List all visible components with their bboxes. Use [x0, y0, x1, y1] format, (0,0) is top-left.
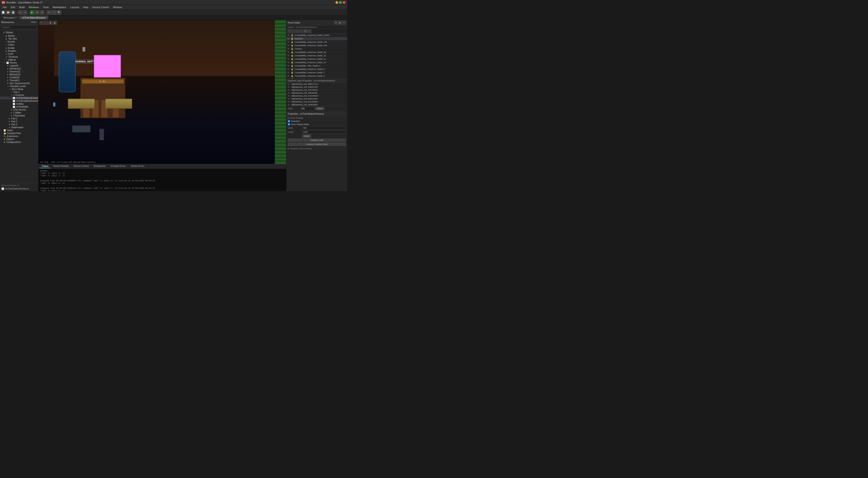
- open-button[interactable]: 📂: [6, 10, 10, 15]
- room-editor-tab[interactable]: rmTrainStationEntrance: [20, 16, 48, 20]
- canvas-toolbar[interactable]: + - ⊞ ▶: [39, 21, 57, 25]
- notes-item[interactable]: 📝 Notes: [0, 129, 38, 132]
- lock-icon-3[interactable]: 🔓: [291, 41, 293, 43]
- inst-eye-5[interactable]: 👁: [288, 95, 290, 97]
- train-entrance-item[interactable]: ⬜ rmTrainStationEntrance: [0, 96, 38, 99]
- lock-icon-1[interactable]: 🔓: [291, 34, 293, 36]
- room-close-btn[interactable]: ✕: [342, 21, 346, 24]
- run-button[interactable]: ▶: [30, 10, 34, 15]
- lock-icon-4[interactable]: 🔓: [291, 44, 293, 47]
- canvas-tool3[interactable]: ⊞: [49, 21, 53, 25]
- lock-icon-11[interactable]: 🔓: [291, 68, 293, 70]
- part3-item[interactable]: ▶ Part 3: [0, 120, 38, 123]
- tilesets-item[interactable]: ⊞ Tile Sets: [0, 37, 38, 40]
- extensions-item[interactable]: 🔌 Extensions: [0, 135, 38, 138]
- layer-up-btn[interactable]: ↑: [296, 29, 299, 33]
- interface-item[interactable]: ▶ Interface(1): [0, 67, 38, 70]
- eye-icon-13[interactable]: 👁: [287, 75, 290, 77]
- stop-button[interactable]: ■: [40, 10, 44, 15]
- eye-icon-2[interactable]: 👁: [287, 37, 290, 40]
- eye-icon-1[interactable]: 👁: [287, 34, 290, 36]
- lock-icon-5[interactable]: 🔓: [291, 48, 293, 50]
- darkness-inst-7[interactable]: 👁 objDarkness_inst_E3C84863: [286, 100, 347, 103]
- deathmatch-item[interactable]: ▶ Deathmatch: [0, 126, 38, 129]
- darkness-inst-6[interactable]: 👁 objDarkness_inst_88E2A450: [286, 97, 347, 100]
- sounds-item[interactable]: ♪ Sounds: [0, 40, 38, 43]
- room-tb-btn1[interactable]: ⚙: [334, 21, 338, 24]
- darkness-inst-1[interactable]: 👁 objDarkness_inst_9BE1C7C1: [286, 83, 347, 86]
- menu-edit[interactable]: Edit: [9, 5, 17, 9]
- lock-icon-2[interactable]: 🔓: [291, 37, 293, 40]
- layer-item-7[interactable]: 👁 🔓 Compatibility_Instances_Depth_12: [286, 54, 347, 57]
- layer-duplicate-btn[interactable]: ⿻: [304, 29, 307, 33]
- lock-icon-12[interactable]: 🔓: [291, 71, 293, 74]
- menu-tools[interactable]: Tools: [41, 5, 51, 9]
- darkness-inst-8[interactable]: 👁 objDarkness_inst_4E9E3858: [286, 103, 347, 106]
- new-button[interactable]: 📄: [1, 10, 5, 15]
- menu-marketplace[interactable]: Marketplace: [51, 5, 68, 9]
- select-tool[interactable]: ⬚: [52, 10, 56, 15]
- persistent-checkbox[interactable]: [288, 120, 290, 122]
- viewports-header[interactable]: ▶ Viewports and Cameras: [286, 147, 347, 150]
- no-service-item[interactable]: ▶ 2 No Service: [0, 108, 38, 111]
- credits-item[interactable]: ▶ Credits(4): [0, 76, 38, 79]
- objects-item[interactable]: ⬡ Objects: [0, 58, 38, 61]
- part1-item[interactable]: ▼ Part 1: [0, 91, 38, 94]
- eye-icon-10[interactable]: 👁: [287, 65, 290, 67]
- recorded-item[interactable]: ▶ 4 Recorded: [0, 114, 38, 117]
- layer-inherit-btn[interactable]: I: [308, 29, 311, 33]
- canvas-area[interactable]: NORMAL DEPTH F... IH...: [38, 20, 286, 164]
- layer-item-6[interactable]: 👁 🔓 Compatibility_Instances_Depth_99: [286, 51, 347, 54]
- layer-down-btn[interactable]: ↓: [300, 29, 303, 33]
- sprites-item[interactable]: ◈ Sprites: [0, 34, 38, 37]
- lock-icon-8[interactable]: 🔓: [291, 58, 293, 60]
- save-button[interactable]: 💾: [11, 10, 16, 15]
- fonts-item[interactable]: A Fonts: [0, 53, 38, 55]
- menu-windows[interactable]: Windows: [27, 5, 41, 9]
- playable-item[interactable]: ▼ Playable Levels: [0, 85, 38, 88]
- room-tb-btn2[interactable]: ▶: [338, 21, 342, 24]
- dreams-item[interactable]: ▶ Dreams(3): [0, 70, 38, 73]
- depth-input[interactable]: [301, 107, 314, 110]
- recent-room-item[interactable]: ⬜ rmTrainStationEntrance: [1, 187, 37, 190]
- canvas-play-btn[interactable]: ▶: [53, 21, 57, 25]
- compile-errors-tab[interactable]: Compile Errors: [108, 165, 128, 168]
- darkness-inst-3[interactable]: 👁 objDarkness_inst_22FC6203: [286, 89, 347, 92]
- zoom-tool[interactable]: 🔍: [57, 10, 61, 15]
- storymode-item[interactable]: ▼ Story Mode: [0, 88, 38, 91]
- breakpoints-tab[interactable]: Breakpoints: [92, 165, 108, 168]
- configurations-item[interactable]: ⚙ Configurations: [0, 141, 38, 144]
- rooms-group[interactable]: ▼ ⬜ Rooms: [0, 61, 38, 64]
- eye-icon-8[interactable]: 👁: [287, 58, 290, 60]
- layer-item-5[interactable]: 👁 🔓 Corners: [286, 47, 347, 51]
- menu-help[interactable]: Help: [81, 5, 90, 9]
- layer-item-2[interactable]: 👁 🔓 Darkness: [286, 37, 347, 40]
- lock-icon-13[interactable]: 🔓: [291, 75, 293, 77]
- width-input[interactable]: [302, 126, 346, 129]
- props-inherit-btn[interactable]: Inherit: [302, 135, 311, 138]
- clear-display-checkbox[interactable]: [288, 123, 290, 125]
- paths-item[interactable]: 〜 Paths: [0, 43, 38, 47]
- layer-item-4[interactable]: 👁 🔓 Compatibility_Instances_Depth_100: [286, 44, 347, 47]
- menu-layouts[interactable]: Layouts: [68, 5, 81, 9]
- lock-icon-7[interactable]: 🔓: [291, 55, 293, 57]
- eye-icon-4[interactable]: 👁: [287, 44, 290, 47]
- inst-eye-6[interactable]: 👁: [288, 98, 290, 100]
- layer-item-3[interactable]: 👁 🔓 Compatibility_Instances_Depth_105: [286, 40, 347, 44]
- layer-item-8[interactable]: 👁 🔓 Compatibility_Instances_Depth_11: [286, 57, 347, 61]
- alley-item[interactable]: ⬜ rmAlley: [0, 102, 38, 106]
- inst-eye-3[interactable]: 👁: [288, 89, 290, 91]
- search-input[interactable]: [1, 25, 37, 29]
- darkness-inst-4[interactable]: 👁 objDarkness_inst_26E64498: [286, 92, 347, 94]
- inst-eye-2[interactable]: 👁: [288, 86, 290, 88]
- debug-button[interactable]: ⚙: [35, 10, 39, 15]
- eye-icon-9[interactable]: 👁: [287, 61, 290, 63]
- layer-add-btn[interactable]: +: [287, 29, 291, 33]
- lock-icon-9[interactable]: 🔓: [291, 61, 293, 63]
- inst-eye-8[interactable]: 👁: [288, 104, 290, 106]
- search-results-tab[interactable]: Search Results: [51, 165, 71, 168]
- eye-icon-6[interactable]: 👁: [287, 51, 290, 53]
- output-tab[interactable]: Output: [39, 165, 51, 168]
- part2-item[interactable]: ▶ Part 2: [0, 117, 38, 120]
- canvas-tool1[interactable]: +: [39, 21, 43, 25]
